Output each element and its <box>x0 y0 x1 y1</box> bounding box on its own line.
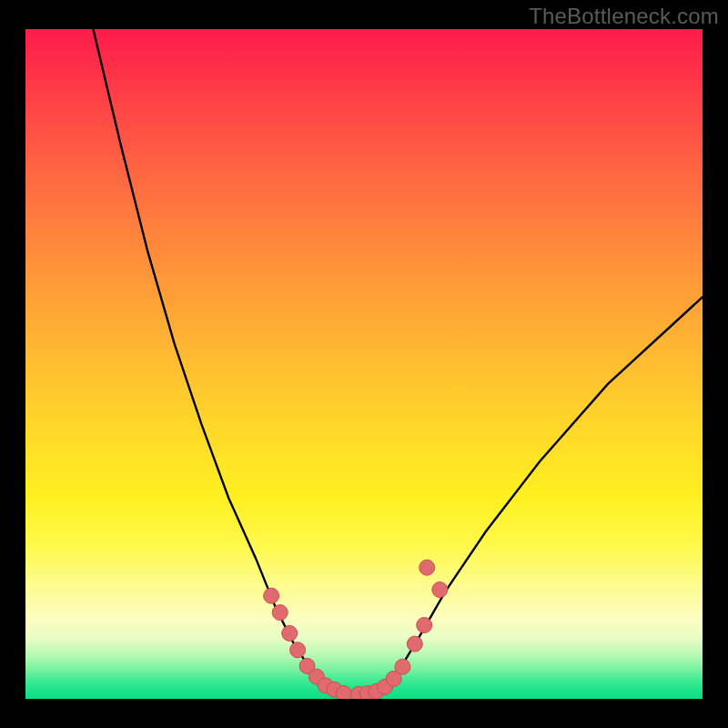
watermark-text: TheBottleneck.com <box>529 4 719 29</box>
data-point <box>395 659 410 674</box>
data-point <box>272 605 288 621</box>
plot-area <box>25 29 703 699</box>
left-curve <box>93 29 329 693</box>
data-point <box>432 582 448 598</box>
data-point <box>407 636 422 652</box>
data-point <box>282 625 298 641</box>
left-dots <box>264 588 352 699</box>
chart-frame: TheBottleneck.com <box>0 0 728 728</box>
data-point <box>264 588 279 603</box>
data-point <box>417 618 432 633</box>
right-curve <box>381 297 703 692</box>
chart-overlay <box>25 29 703 699</box>
right-dots <box>351 560 448 699</box>
data-point <box>336 686 351 699</box>
data-point <box>290 642 306 658</box>
data-point <box>420 560 435 575</box>
